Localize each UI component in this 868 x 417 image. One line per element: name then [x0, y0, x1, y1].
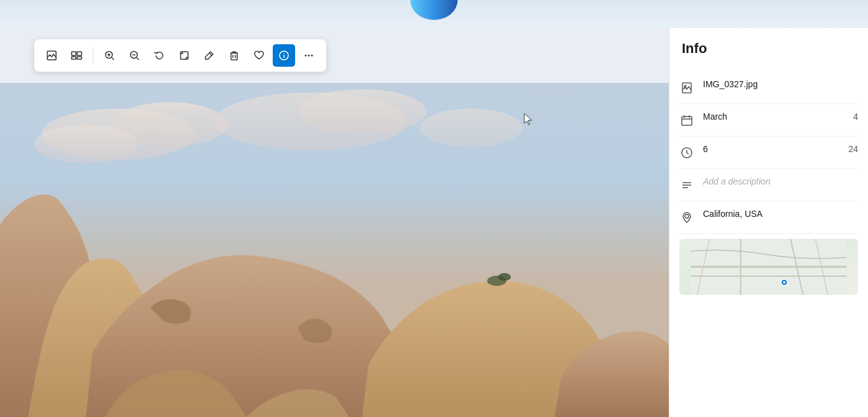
image-view-btn[interactable] — [40, 44, 63, 67]
svg-point-22 — [308, 55, 310, 57]
day-text: 4 — [853, 112, 858, 122]
svg-point-0 — [410, 0, 458, 20]
photo-display — [0, 83, 669, 417]
favorite-btn[interactable] — [248, 44, 270, 67]
image-file-icon — [679, 80, 694, 95]
svg-point-32 — [498, 273, 511, 280]
svg-line-14 — [209, 53, 212, 55]
time-inline: 6 24 — [703, 144, 858, 154]
svg-rect-15 — [231, 53, 237, 60]
map-svg — [679, 239, 858, 295]
svg-line-12 — [137, 58, 139, 60]
hour-text: 6 — [703, 144, 708, 154]
svg-rect-3 — [77, 52, 82, 55]
zoom-in-btn[interactable] — [98, 44, 121, 67]
crop-btn[interactable] — [173, 44, 196, 67]
date-inline: March 4 — [703, 112, 858, 122]
info-panel-title: Info — [679, 41, 858, 57]
location-content: California, USA — [703, 209, 858, 219]
svg-point-21 — [305, 55, 307, 57]
filename-content: IMG_0327.jpg — [703, 79, 858, 89]
draw-btn[interactable] — [198, 44, 220, 67]
minute-text: 24 — [848, 144, 858, 154]
svg-rect-4 — [72, 57, 76, 59]
toolbar — [34, 39, 326, 72]
filename-row: IMG_0327.jpg — [679, 72, 858, 104]
svg-line-9 — [112, 58, 115, 60]
svg-point-30 — [420, 108, 522, 147]
filename-text: IMG_0327.jpg — [703, 79, 858, 89]
info-panel: Info IMG_0327.jpg — [669, 28, 868, 417]
delete-btn[interactable] — [223, 44, 245, 67]
calendar-icon — [679, 113, 694, 128]
description-content[interactable]: Add a description — [703, 176, 858, 186]
map-preview[interactable] — [679, 239, 858, 295]
svg-point-43 — [685, 214, 689, 218]
divider-1 — [93, 47, 93, 64]
top-bar — [0, 0, 868, 28]
location-icon — [679, 210, 694, 225]
more-btn[interactable] — [298, 44, 320, 67]
svg-point-29 — [298, 89, 426, 134]
svg-point-23 — [311, 55, 313, 57]
rotate-btn[interactable] — [148, 44, 171, 67]
svg-rect-5 — [77, 57, 82, 59]
date-row: March 4 — [679, 104, 858, 137]
clock-icon — [679, 145, 694, 160]
windows-logo — [409, 0, 459, 28]
location-text: California, USA — [703, 209, 858, 219]
svg-point-52 — [783, 281, 786, 284]
photo-viewer[interactable] — [0, 28, 669, 417]
svg-point-27 — [35, 125, 138, 163]
svg-point-34 — [684, 85, 686, 87]
description-row[interactable]: Add a description — [679, 169, 858, 201]
location-row: California, USA — [679, 201, 858, 234]
time-row: 6 24 — [679, 137, 858, 169]
date-content: March 4 — [703, 112, 858, 122]
svg-rect-35 — [682, 117, 692, 125]
svg-point-20 — [283, 53, 284, 54]
slideshow-btn[interactable] — [65, 44, 88, 67]
description-icon — [679, 178, 694, 193]
zoom-out-btn[interactable] — [123, 44, 146, 67]
info-btn[interactable] — [273, 44, 295, 67]
description-placeholder[interactable]: Add a description — [703, 176, 858, 186]
main-area: Info IMG_0327.jpg — [0, 28, 868, 417]
svg-rect-13 — [181, 52, 188, 59]
svg-rect-2 — [72, 52, 76, 55]
landscape-svg — [0, 83, 669, 417]
time-content: 6 24 — [703, 144, 858, 154]
month-text: March — [703, 112, 727, 122]
